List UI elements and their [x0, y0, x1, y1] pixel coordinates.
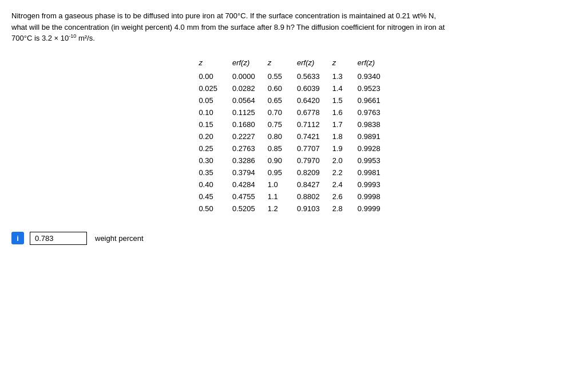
erf-value: 0.9953: [355, 155, 391, 167]
z-value: 0.55: [265, 70, 295, 82]
z-value: 0.05: [196, 94, 230, 106]
z-value: 0.40: [196, 179, 230, 191]
table-row: 0.150.16800.750.71121.70.9838: [196, 118, 390, 130]
erf-value: 0.9891: [355, 130, 391, 142]
table-row: 0.400.42841.00.84272.40.9993: [196, 179, 390, 191]
z-value: 2.4: [330, 179, 355, 191]
erf-value: 0.8209: [295, 167, 330, 179]
table-row: 0.300.32860.900.79702.00.9953: [196, 155, 390, 167]
z-value: 0.00: [196, 70, 230, 82]
erf-value: 0.7421: [295, 130, 330, 142]
erf-value: 0.7707: [295, 142, 330, 155]
erf-value: 0.3794: [230, 167, 265, 179]
table-row: 0.200.22270.800.74211.80.9891: [196, 130, 390, 142]
erf-value: 0.9838: [355, 118, 391, 130]
erf-value: 0.2227: [230, 130, 265, 142]
z-value: 0.30: [196, 155, 230, 167]
answer-input[interactable]: 0.783: [30, 232, 87, 245]
z-value: 0.80: [265, 130, 295, 142]
table-row: 0.050.05640.650.64201.50.9661: [196, 94, 390, 106]
problem-text: Nitrogen from a gaseous phase is to be d…: [11, 10, 572, 44]
bottom-section: i 0.783 weight percent: [11, 232, 576, 245]
table-row: 0.000.00000.550.56331.30.9340: [196, 70, 390, 82]
info-icon: i: [11, 232, 24, 244]
erf-value: 0.9928: [355, 142, 391, 155]
erf-value: 0.8802: [295, 191, 330, 203]
z-value: 1.4: [330, 82, 355, 94]
erf-value: 0.6778: [295, 106, 330, 118]
table-row: 0.450.47551.10.88022.60.9998: [196, 191, 390, 203]
z-value: 0.85: [265, 142, 295, 155]
z-value: 2.8: [330, 203, 355, 215]
erf-value: 0.9999: [355, 203, 391, 215]
z-value: 0.15: [196, 118, 230, 130]
erf-value: 0.9661: [355, 94, 391, 106]
z-value: 0.50: [196, 203, 230, 215]
z-value: 1.7: [330, 118, 355, 130]
z-value: 0.65: [265, 94, 295, 106]
erf-value: 0.3286: [230, 155, 265, 167]
z-value: 0.025: [196, 82, 230, 94]
z-value: 0.95: [265, 167, 295, 179]
z-value: 2.0: [330, 155, 355, 167]
erf-value: 0.5633: [295, 70, 330, 82]
erf-value: 0.5205: [230, 203, 265, 215]
col-header-z1: z: [196, 57, 230, 70]
erf-value: 0.0000: [230, 70, 265, 82]
erf-value: 0.9523: [355, 82, 391, 94]
z-value: 1.0: [265, 179, 295, 191]
z-value: 0.90: [265, 155, 295, 167]
z-value: 1.8: [330, 130, 355, 142]
z-value: 0.75: [265, 118, 295, 130]
erf-value: 0.9981: [355, 167, 391, 179]
erf-value: 0.7970: [295, 155, 330, 167]
z-value: 0.25: [196, 142, 230, 155]
erf-table-container: z erf(z) z erf(z) z erf(z) 0.000.00000.5…: [11, 57, 576, 215]
z-value: 1.9: [330, 142, 355, 155]
table-row: 0.500.52051.20.91032.80.9999: [196, 203, 390, 215]
z-value: 1.3: [330, 70, 355, 82]
col-header-erf1: erf(z): [230, 57, 265, 70]
erf-value: 0.7112: [295, 118, 330, 130]
z-value: 2.6: [330, 191, 355, 203]
exponent: -10: [69, 33, 76, 39]
erf-value: 0.9993: [355, 179, 391, 191]
col-header-erf3: erf(z): [355, 57, 391, 70]
erf-value: 0.9103: [295, 203, 330, 215]
z-value: 0.10: [196, 106, 230, 118]
z-value: 1.5: [330, 94, 355, 106]
erf-value: 0.9998: [355, 191, 391, 203]
table-row: 0.100.11250.700.67781.60.9763: [196, 106, 390, 118]
table-row: 0.250.27630.850.77071.90.9928: [196, 142, 390, 155]
erf-value: 0.1680: [230, 118, 265, 130]
erf-table: z erf(z) z erf(z) z erf(z) 0.000.00000.5…: [196, 57, 390, 215]
erf-value: 0.0564: [230, 94, 265, 106]
erf-value: 0.6039: [295, 82, 330, 94]
z-value: 0.20: [196, 130, 230, 142]
erf-value: 0.8427: [295, 179, 330, 191]
unit-label: weight percent: [95, 234, 144, 243]
z-value: 0.70: [265, 106, 295, 118]
erf-value: 0.9763: [355, 106, 391, 118]
table-row: 0.0250.02820.600.60391.40.9523: [196, 82, 390, 94]
z-value: 1.1: [265, 191, 295, 203]
z-value: 1.2: [265, 203, 295, 215]
erf-value: 0.4755: [230, 191, 265, 203]
z-value: 1.6: [330, 106, 355, 118]
erf-value: 0.6420: [295, 94, 330, 106]
col-header-z3: z: [330, 57, 355, 70]
col-header-erf2: erf(z): [295, 57, 330, 70]
z-value: 0.45: [196, 191, 230, 203]
erf-value: 0.0282: [230, 82, 265, 94]
erf-value: 0.2763: [230, 142, 265, 155]
z-value: 2.2: [330, 167, 355, 179]
table-row: 0.350.37940.950.82092.20.9981: [196, 167, 390, 179]
erf-value: 0.4284: [230, 179, 265, 191]
z-value: 0.60: [265, 82, 295, 94]
z-value: 0.35: [196, 167, 230, 179]
erf-value: 0.9340: [355, 70, 391, 82]
col-header-z2: z: [265, 57, 295, 70]
erf-value: 0.1125: [230, 106, 265, 118]
